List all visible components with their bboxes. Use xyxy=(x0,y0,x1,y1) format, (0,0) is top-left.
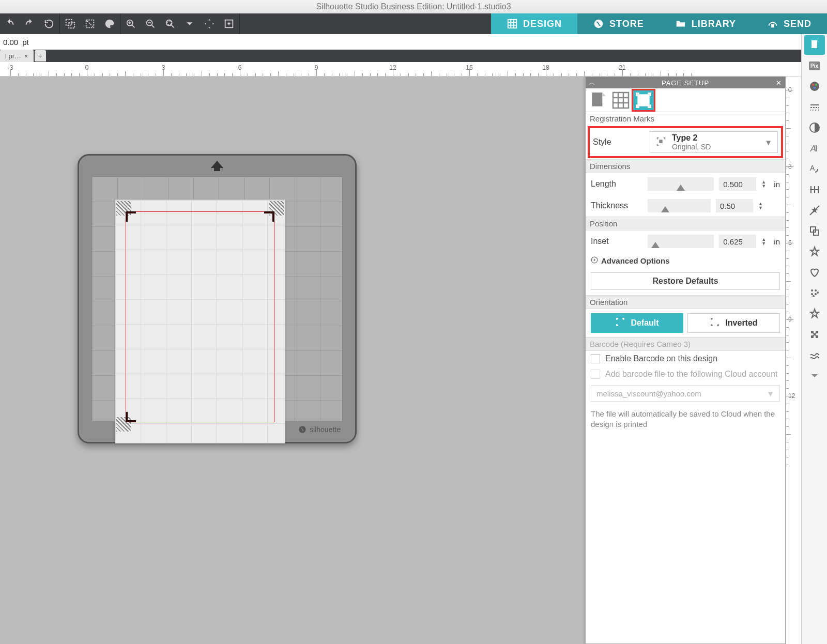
svg-rect-28 xyxy=(592,93,602,106)
length-input[interactable]: 0.500 xyxy=(719,177,756,191)
add-document-button[interactable]: + xyxy=(35,50,46,62)
svg-text:A: A xyxy=(810,164,815,172)
orientation-default-button[interactable]: Default xyxy=(591,313,683,333)
panel-header: ︿ PAGE SETUP ✕ xyxy=(586,77,785,88)
rhinestone-tool[interactable] xyxy=(804,283,825,303)
style-label: Style xyxy=(593,137,645,147)
svg-point-58 xyxy=(811,293,813,295)
svg-rect-1 xyxy=(69,22,74,28)
star-fill-tool[interactable] xyxy=(804,304,825,324)
deselect-button[interactable] xyxy=(80,13,100,34)
palette-button[interactable] xyxy=(100,13,119,34)
tab-label: DESIGN xyxy=(523,19,562,29)
puzzle-tool[interactable] xyxy=(804,325,825,344)
line-style-tool[interactable] xyxy=(804,97,825,117)
pan-button[interactable] xyxy=(200,13,219,34)
contrast-tool[interactable] xyxy=(804,118,825,137)
add-cloud-checkbox[interactable] xyxy=(591,370,600,379)
zoom-dropdown-button[interactable] xyxy=(180,13,200,34)
fill-color-tool[interactable] xyxy=(804,76,825,96)
length-slider[interactable] xyxy=(648,177,714,191)
svg-point-5 xyxy=(109,21,110,22)
section-barcode: Barcode (Requires Cameo 3) xyxy=(586,337,785,351)
inset-input[interactable]: 0.625 xyxy=(719,235,756,248)
text-path-tool[interactable]: A xyxy=(804,159,825,179)
svg-rect-34 xyxy=(637,94,649,106)
fit-button[interactable] xyxy=(219,13,239,34)
tab-store[interactable]: STORE xyxy=(577,13,660,34)
svg-point-59 xyxy=(815,293,817,295)
restore-defaults-button[interactable]: Restore Defaults xyxy=(591,272,780,290)
panel-tab-grid[interactable] xyxy=(610,90,631,110)
text-style-tool[interactable]: A xyxy=(804,139,825,158)
star-outline-tool[interactable] xyxy=(804,242,825,262)
document-tab[interactable]: l pr… × xyxy=(0,50,34,62)
registration-mark-icon xyxy=(126,412,136,422)
zoom-in-button[interactable] xyxy=(121,13,141,34)
svg-line-8 xyxy=(132,25,135,28)
style-select[interactable]: Type 2 Original, SD ▼ xyxy=(650,131,778,153)
chevron-down-icon: ▼ xyxy=(767,389,774,398)
tab-library[interactable]: LIBRARY xyxy=(660,13,752,34)
svg-point-38 xyxy=(810,82,819,91)
panel-tab-registration[interactable] xyxy=(633,90,654,110)
inset-unit: in xyxy=(774,237,780,246)
zoom-selection-button[interactable] xyxy=(160,13,180,34)
style-subvalue: Original, SD xyxy=(672,143,711,151)
store-icon xyxy=(593,18,604,29)
property-bar: 0.00 pt xyxy=(0,34,827,50)
tab-label: STORE xyxy=(609,19,644,29)
length-label: Length xyxy=(591,179,642,189)
registration-icon xyxy=(655,136,667,149)
inset-slider[interactable] xyxy=(648,235,714,248)
thickness-label: Thickness xyxy=(591,201,642,210)
section-registration-marks: Registration Marks xyxy=(586,112,785,125)
chevron-down-icon[interactable] xyxy=(804,366,825,386)
enable-barcode-checkbox[interactable] xyxy=(591,354,600,363)
redo-button[interactable] xyxy=(20,13,39,34)
thickness-input[interactable]: 0.50 xyxy=(716,199,753,212)
sketch-tool[interactable] xyxy=(804,345,825,365)
zoom-out-button[interactable] xyxy=(141,13,160,34)
weld-tool[interactable] xyxy=(804,201,825,220)
svg-line-3 xyxy=(87,21,93,27)
inset-stepper[interactable]: ▲▼ xyxy=(761,237,769,246)
svg-point-41 xyxy=(814,87,816,89)
page[interactable] xyxy=(115,200,285,443)
window-title: Silhouette Studio Business Edition: Unti… xyxy=(0,0,827,13)
svg-rect-29 xyxy=(613,93,629,108)
section-dimensions: Dimensions xyxy=(586,159,785,173)
refresh-button[interactable] xyxy=(39,13,59,34)
align-tool[interactable] xyxy=(804,180,825,200)
svg-rect-16 xyxy=(167,21,171,25)
arrow-up-icon xyxy=(210,161,224,173)
svg-point-61 xyxy=(817,292,819,294)
ruler-horizontal: -3036912151821 xyxy=(0,62,827,76)
heart-tool[interactable] xyxy=(804,263,825,282)
page-setup-panel: ︿ PAGE SETUP ✕ Registration Marks Style … xyxy=(585,76,786,644)
section-position: Position xyxy=(586,217,785,231)
pixscan-tool[interactable]: Pix xyxy=(804,56,825,75)
right-tool-column: Pix A A xyxy=(801,34,827,644)
corners-icon xyxy=(615,317,625,329)
orientation-inverted-button[interactable]: Inverted xyxy=(687,313,780,333)
undo-button[interactable] xyxy=(0,13,20,34)
tab-send[interactable]: SEND xyxy=(752,13,827,34)
advanced-options-toggle[interactable]: Advanced Options xyxy=(586,252,785,269)
page-setup-tool[interactable] xyxy=(804,35,825,55)
add-cloud-label: Add barcode file to the following Cloud … xyxy=(605,370,778,379)
svg-line-15 xyxy=(172,25,174,28)
value-field[interactable]: 0.00 xyxy=(3,38,18,47)
close-icon[interactable]: × xyxy=(24,52,28,60)
panel-tab-page[interactable] xyxy=(588,90,608,110)
cloud-account-select[interactable]: melissa_viscount@yahoo.com ▼ xyxy=(591,385,780,402)
workspace[interactable]: 036912 silhouette ︿ xyxy=(0,76,827,644)
replicate-tool[interactable] xyxy=(804,221,825,241)
tab-design[interactable]: DESIGN xyxy=(491,13,577,34)
panel-tabs xyxy=(586,88,785,112)
length-stepper[interactable]: ▲▼ xyxy=(761,180,769,188)
select-all-button[interactable] xyxy=(60,13,80,34)
thickness-stepper[interactable]: ▲▼ xyxy=(758,202,765,210)
enable-barcode-label: Enable Barcode on this design xyxy=(605,354,717,363)
thickness-slider[interactable] xyxy=(648,199,711,212)
